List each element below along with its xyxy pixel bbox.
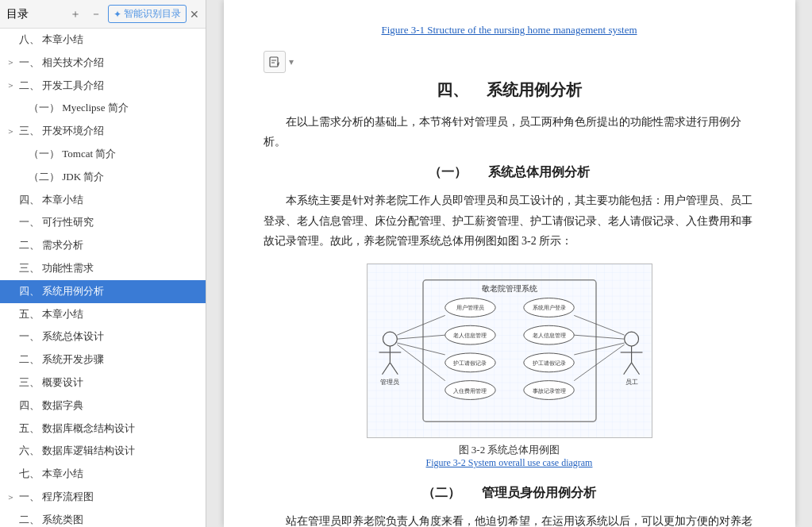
toolbar-note-btn[interactable]	[264, 51, 286, 73]
sidebar-header: 目录 ＋ － ✦ 智能识别目录 ✕	[0, 0, 206, 29]
toc-item-label: 五、 本章小结	[19, 306, 83, 323]
toc-item[interactable]: （一） Myeclipse 简介	[0, 97, 206, 120]
toc-item-label: （二） JDK 简介	[29, 169, 104, 186]
toc-item[interactable]: 一、 可行性研究	[0, 211, 206, 234]
paragraph-3: 站在管理员即养老院负责人角度来看，他迫切希望，在运用该系统以后，可以更加方便的对…	[264, 511, 756, 527]
toc-item-label: 五、 数据库概念结构设计	[19, 421, 135, 437]
toc-item[interactable]: ＞二、 开发工具介绍	[0, 75, 206, 98]
sub1-title-text: 系统总体用例分析	[488, 165, 590, 179]
toc-toggle-icon: ＞	[6, 125, 19, 139]
toc-item[interactable]: 八、 本章小结	[0, 29, 206, 52]
sidebar: 目录 ＋ － ✦ 智能识别目录 ✕ 八、 本章小结＞一、 相关技术介绍＞二、 开…	[0, 0, 206, 527]
toc-item[interactable]: 七、 本章小结	[0, 463, 206, 486]
svg-text:系统用户登录: 系统用户登录	[532, 304, 565, 311]
usecase-svg: 敬老院管理系统 用户管理员 系统用户登录 老人信息管理 老人信息管理 护工请假记…	[368, 264, 652, 437]
toc-toggle-icon: ＞	[6, 490, 19, 505]
sub2-num: （二）	[422, 486, 460, 499]
smart-btn-label: 智能识别目录	[124, 7, 181, 21]
toc-item[interactable]: 五、 数据库概念结构设计	[0, 417, 206, 440]
toc-item-label: 三、 功能性需求	[19, 260, 94, 277]
svg-text:敬老院管理系统: 敬老院管理系统	[482, 284, 537, 293]
sidebar-header-icons: ＋ － ✦ 智能识别目录 ✕	[67, 5, 199, 23]
toc-item-label: 四、 数据字典	[19, 398, 83, 414]
toc-item[interactable]: 二、 系统开发步骤	[0, 348, 206, 371]
svg-text:管理员: 管理员	[380, 379, 399, 386]
main-content-area: Figure 3-1 Structure of the nursing home…	[206, 0, 812, 527]
toc-item[interactable]: 五、 本章小结	[0, 303, 206, 326]
toc-item-label: 一、 可行性研究	[19, 214, 94, 231]
sub-section-2-title: （二） 管理员身份用例分析	[264, 485, 756, 502]
toc-item-label: 一、 系统总体设计	[19, 329, 104, 345]
toolbar-row: ▾	[264, 51, 756, 73]
section-num: 四、	[437, 81, 468, 98]
toc-item[interactable]: 六、 数据库逻辑结构设计	[0, 440, 206, 463]
toc-item[interactable]: （一） Tomcat 简介	[0, 143, 206, 166]
svg-text:员工: 员工	[625, 379, 637, 386]
toc-item-label: 三、 开发环境介绍	[19, 123, 104, 140]
toc-item[interactable]: 三、 概要设计	[0, 371, 206, 394]
section-title-text: 系统用例分析	[487, 81, 582, 98]
toolbar-dropdown-arrow[interactable]: ▾	[289, 56, 294, 68]
toc-item-label: 三、 概要设计	[19, 375, 83, 391]
sub2-title-text: 管理员身份用例分析	[482, 486, 596, 499]
toc-item[interactable]: 二、 系统类图	[0, 509, 206, 527]
toc-item[interactable]: 四、 系统用例分析	[0, 280, 206, 303]
toc-toggle-icon: ＞	[6, 79, 19, 93]
smart-recognize-btn[interactable]: ✦ 智能识别目录	[108, 5, 187, 23]
star-icon: ✦	[114, 9, 121, 20]
sub-section-1-title: （一） 系统总体用例分析	[264, 164, 756, 181]
paragraph-1: 在以上需求分析的基础上，本节将针对管理员，员工两种角色所提出的功能性需求进行用例…	[264, 112, 756, 152]
sidebar-expand-btn[interactable]: ＋	[67, 6, 84, 23]
figure-3-2-area: 敬老院管理系统 用户管理员 系统用户登录 老人信息管理 老人信息管理 护工请假记…	[264, 264, 756, 472]
toc-item-label: 二、 需求分析	[19, 237, 83, 254]
toc-item-label: 七、 本章小结	[19, 466, 83, 483]
toc-item-label: 六、 数据库逻辑结构设计	[19, 443, 135, 460]
toc-item-label: 二、 系统类图	[19, 512, 83, 527]
svg-text:事故记录管理: 事故记录管理	[532, 387, 565, 394]
toc-item-label: 四、 本章小结	[19, 192, 83, 209]
toc-item[interactable]: ＞一、 程序流程图	[0, 486, 206, 509]
toc-item[interactable]: 三、 功能性需求	[0, 257, 206, 280]
sidebar-content: 八、 本章小结＞一、 相关技术介绍＞二、 开发工具介绍（一） Myeclipse…	[0, 29, 206, 527]
sidebar-title: 目录	[6, 7, 29, 21]
toc-item[interactable]: 四、 数据字典	[0, 394, 206, 417]
toc-item-label: 八、 本章小结	[19, 32, 83, 48]
figure-top-caption: Figure 3-1 Structure of the nursing home…	[264, 24, 756, 37]
toc-item-label: 二、 开发工具介绍	[19, 78, 104, 94]
svg-text:护工请假记录: 护工请假记录	[452, 360, 487, 367]
section-title: 四、 系统用例分析	[264, 79, 756, 101]
toc-item[interactable]: （二） JDK 简介	[0, 166, 206, 189]
svg-rect-0	[270, 57, 278, 67]
toc-item-label: 一、 程序流程图	[19, 489, 94, 506]
svg-text:老人信息管理: 老人信息管理	[453, 332, 487, 339]
toc-item-label: （一） Myeclipse 简介	[29, 100, 129, 117]
svg-text:入住费用管理: 入住费用管理	[453, 387, 487, 394]
toc-item[interactable]: ＞三、 开发环境介绍	[0, 120, 206, 143]
paragraph-2: 本系统主要是针对养老院工作人员即管理员和员工设计的，其主要功能包括：用户管理员、…	[264, 190, 756, 251]
svg-text:护工请假记录: 护工请假记录	[531, 360, 565, 367]
toc-item[interactable]: ＞一、 相关技术介绍	[0, 52, 206, 75]
fig2-caption-cn: 图 3-2 系统总体用例图	[459, 443, 560, 457]
usecase-diagram: 敬老院管理系统 用户管理员 系统用户登录 老人信息管理 老人信息管理 护工请假记…	[367, 264, 652, 438]
fig2-caption-en: Figure 3-2 System overall use case diagr…	[426, 457, 593, 469]
toc-item-label: 一、 相关技术介绍	[19, 55, 104, 71]
toc-toggle-icon: ＞	[6, 56, 19, 70]
page-container: Figure 3-1 Structure of the nursing home…	[224, 0, 795, 527]
sub1-num: （一）	[429, 165, 467, 179]
toc-item[interactable]: 四、 本章小结	[0, 189, 206, 212]
toc-item-label: 二、 系统开发步骤	[19, 352, 104, 368]
toc-item[interactable]: 二、 需求分析	[0, 234, 206, 257]
svg-text:老人信息管理: 老人信息管理	[532, 332, 565, 339]
toc-item-label: （一） Tomcat 简介	[29, 146, 116, 163]
sidebar-collapse-btn[interactable]: －	[87, 6, 105, 23]
toc-item[interactable]: 一、 系统总体设计	[0, 325, 206, 348]
sidebar-close-btn[interactable]: ✕	[190, 8, 199, 21]
toc-item-label: 四、 系统用例分析	[19, 283, 104, 300]
svg-text:用户管理员: 用户管理员	[456, 304, 483, 311]
